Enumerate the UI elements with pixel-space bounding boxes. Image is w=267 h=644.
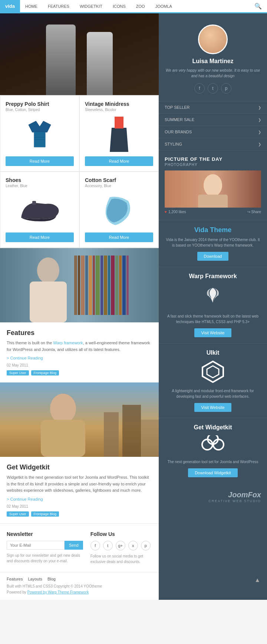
product-card-scarf: Cotton Scarf Accessory, Blue Read More [79, 172, 159, 248]
blog-tag-frontpage-2[interactable]: Frontpage Blog [31, 511, 59, 517]
svg-rect-8 [115, 117, 123, 129]
joomfox-footer: JoomFox CREATIVE WEB STUDIO [159, 483, 267, 510]
read-more-scarf[interactable]: Read More [85, 232, 153, 242]
blog-image-features [0, 248, 159, 322]
nav-item-joomla[interactable]: JOOMLA [150, 0, 177, 13]
ulkit-text: A lightweight and modular front-end fram… [165, 388, 261, 399]
share-link[interactable]: ↪ Share [247, 210, 261, 214]
pinterest-icon-sidebar[interactable]: p [221, 83, 231, 94]
visit-warp-button[interactable]: Visit Website [194, 328, 231, 337]
blog-tag-superuser[interactable]: Super User [7, 370, 29, 375]
facebook-icon-follow[interactable]: f [90, 541, 100, 550]
send-button[interactable]: Send [65, 541, 83, 550]
footer-links: Features Layouts Blog ▲ Built with HTML5… [0, 572, 159, 600]
blog-tags-features: Super User Frontpage Blog [7, 370, 152, 375]
product-subtitle-shoes: Leather, Blue [6, 184, 74, 188]
read-more-dress[interactable]: Read More [85, 156, 153, 166]
svg-rect-28 [30, 282, 67, 322]
visit-ulkit-button[interactable]: Visit Website [194, 403, 231, 412]
svg-rect-39 [198, 195, 228, 208]
scroll-up-icon[interactable]: ▲ [254, 577, 260, 583]
sidebar-menu-item-styling[interactable]: STYLING ❯ [159, 138, 267, 150]
vida-theme-title: Vida Theme [165, 226, 261, 234]
newsletter-text: Sign up for our newsletter and get new d… [7, 553, 83, 564]
svg-rect-13 [78, 256, 80, 315]
sidebar-menu-label-summersale: SUMMER SALE [165, 117, 194, 122]
vida-theme-title-white: Vida [194, 226, 208, 234]
nav-item-home[interactable]: HOME [20, 0, 43, 13]
follow-title: Follow Us [90, 531, 152, 537]
sidebar-quote: We are very happy with our new website. … [159, 68, 267, 79]
sidebar-menu-item-topseller[interactable]: TOP SELLER ❯ [159, 101, 267, 114]
svg-point-34 [50, 394, 76, 423]
svg-point-38 [204, 174, 222, 196]
footer-link-features[interactable]: Features [7, 577, 23, 581]
gplus-icon-follow[interactable]: g+ [116, 541, 125, 550]
product-card-shirt: Preppy Polo Shirt Blue, Cotton, Striped … [0, 95, 79, 172]
warp-footer-link[interactable]: Powered by Warp Theme Framework [27, 590, 89, 594]
svg-point-27 [37, 257, 59, 283]
download-widgetkit-button[interactable]: Download Widgetkit [188, 468, 237, 477]
nav-item-zoo[interactable]: ZOO [131, 0, 150, 13]
facebook-icon-sidebar[interactable]: f [194, 83, 205, 94]
avatar-face [199, 26, 227, 53]
product-card-dress: Vintage Minidress Sleeveless, Bicolor Re… [79, 95, 159, 172]
content-column: Preppy Polo Shirt Blue, Cotton, Striped … [0, 13, 159, 600]
footer-link-layouts[interactable]: Layouts [28, 577, 42, 581]
ulkit-section: UIkit A lightweight and modular front-en… [159, 343, 267, 418]
hero-person-right [87, 32, 113, 95]
blog-title-features: Features [7, 329, 152, 337]
widgetkit-text: The next generation tool set for Joomla … [165, 459, 261, 465]
svg-rect-17 [93, 256, 95, 315]
download-vida-button[interactable]: Download [197, 252, 229, 261]
product-title-shoes: Shoes [6, 177, 74, 183]
search-icon[interactable]: 🔍 [249, 3, 267, 10]
twitter-icon-sidebar[interactable]: t [208, 83, 218, 94]
xing-icon-follow[interactable]: x [128, 541, 138, 550]
footer-link-blog[interactable]: Blog [47, 577, 56, 581]
footer-links-row: Features Layouts Blog ▲ [7, 577, 152, 581]
blog-tag-superuser-2[interactable]: Super User [7, 511, 29, 517]
widgetkit-title: Get Widgetkit [165, 424, 261, 431]
warp-section: Warp Framework A fast and slick theme fr… [159, 267, 267, 343]
email-input[interactable] [7, 541, 65, 550]
product-title-dress: Vintage Minidress [85, 101, 153, 107]
warp-title: Warp Framework [165, 273, 261, 280]
warp-link[interactable]: Warp framework [53, 341, 83, 345]
sidebar-menu: TOP SELLER ❯ SUMMER SALE ❯ OUR BRANDS ❯ … [159, 101, 267, 150]
nav-item-widgetkit[interactable]: WIDGETKIT [75, 0, 108, 13]
heart-icon: ♥ [165, 210, 167, 214]
sidebar-menu-item-summersale[interactable]: SUMMER SALE ❯ [159, 114, 267, 126]
sidebar: Luisa Martinez We are very happy with ou… [159, 13, 267, 600]
sidebar-menu-label-styling: STYLING [165, 142, 182, 146]
nav-brand[interactable]: vida [0, 0, 20, 12]
blog-post-features: Features This theme is built on the Warp… [0, 248, 159, 382]
blog-content-features: Features This theme is built on the Warp… [0, 322, 159, 382]
newsletter-col: Newsletter Send Sign up for our newslett… [7, 531, 83, 565]
avatar [198, 25, 228, 54]
twitter-icon-follow[interactable]: t [103, 541, 113, 550]
social-icons-follow: f t g+ x p [90, 541, 152, 550]
svg-rect-16 [89, 256, 92, 315]
sidebar-menu-item-ourbrands[interactable]: OUR BRANDS ❯ [159, 126, 267, 138]
ulkit-title: UIkit [165, 349, 261, 356]
vida-theme-section: Vida Theme Vida is the January 2014 them… [159, 220, 267, 267]
svg-rect-21 [108, 256, 110, 315]
blog-tag-frontpage[interactable]: Frontpage Blog [31, 370, 59, 375]
joomfox-brand: JoomFox [165, 491, 261, 499]
nav-item-icons[interactable]: ICONS [108, 0, 131, 13]
read-more-shirt[interactable]: Read More [6, 156, 74, 166]
continue-reading-link-widgetkit[interactable]: > Continue Reading [7, 497, 43, 501]
nav-item-features[interactable]: FEATURES [43, 0, 75, 13]
continue-reading-link-features[interactable]: > Continue Reading [7, 356, 43, 360]
warp-text: A fast and slick theme framework built o… [165, 313, 261, 325]
vida-theme-text: Vida is the January 2014 theme of the YO… [165, 237, 261, 248]
svg-rect-19 [100, 256, 103, 315]
read-more-shoes[interactable]: Read More [6, 232, 74, 242]
pinterest-icon-follow[interactable]: p [141, 541, 151, 550]
email-row: Send [7, 541, 83, 550]
product-image-shoes [6, 192, 74, 229]
svg-rect-12 [74, 256, 77, 315]
navigation: vida HOME FEATURES WIDGETKIT ICONS ZOO J… [0, 0, 267, 13]
blog-tags-widgetkit: Super User Frontpage Blog [7, 511, 152, 517]
